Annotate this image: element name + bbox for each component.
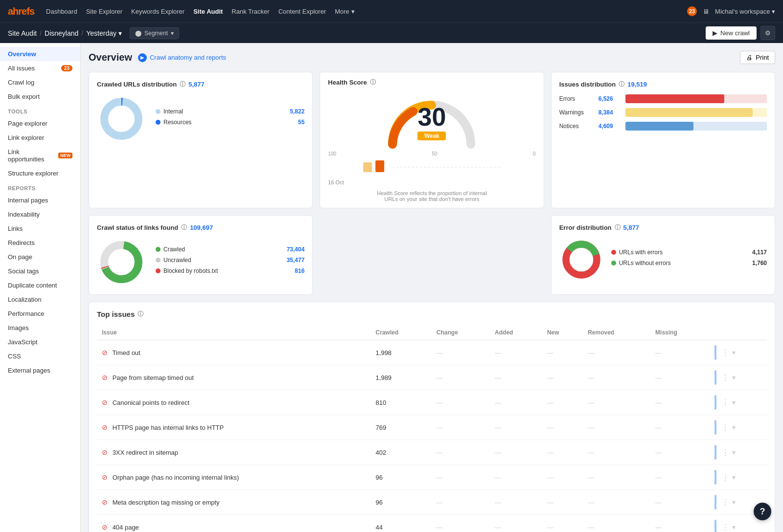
nav-right: 23 🖥 Michal's workspace ▾ — [687, 6, 775, 16]
sidebar-item-css[interactable]: CSS — [0, 349, 80, 363]
mini-bar-4 — [714, 445, 716, 460]
error-dist-info-icon[interactable]: ⓘ — [615, 223, 621, 232]
expand-row-2[interactable]: ▾ — [732, 399, 736, 406]
cards-grid-top: Crawled URLs distribution ⓘ 5,877 Intern… — [89, 72, 775, 208]
error-icon-6: ⊘ — [102, 498, 108, 506]
sidebar-item-localization[interactable]: Localization — [0, 292, 80, 307]
crawl-status-info-icon[interactable]: ⓘ — [181, 223, 187, 232]
dots-menu-1[interactable]: ⋮ — [721, 373, 729, 382]
expand-row-4[interactable]: ▾ — [732, 448, 736, 456]
dots-menu-2[interactable]: ⋮ — [721, 398, 729, 407]
all-issues-badge: 23 — [61, 65, 72, 71]
sidebar-item-links[interactable]: Links — [0, 222, 80, 236]
dots-menu-6[interactable]: ⋮ — [721, 498, 729, 507]
nav-more[interactable]: More ▾ — [335, 8, 355, 15]
sidebar-item-performance[interactable]: Performance — [0, 307, 80, 321]
health-sparkline — [328, 157, 535, 177]
crawled-urls-info-icon[interactable]: ⓘ — [180, 80, 185, 89]
expand-row-3[interactable]: ▾ — [732, 423, 736, 431]
sidebar-section-reports: Reports — [0, 180, 80, 193]
nav-content-explorer[interactable]: Content Explorer — [278, 8, 326, 15]
print-button[interactable]: 🖨 Print — [740, 51, 775, 64]
sidebar-item-overview[interactable]: Overview — [0, 47, 80, 61]
mini-bar-1 — [714, 370, 716, 385]
sidebar-item-link-explorer[interactable]: Link explorer — [0, 131, 80, 145]
new-crawl-button[interactable]: ▶ New crawl — [706, 26, 757, 40]
sidebar-item-indexability[interactable]: Indexability — [0, 207, 80, 222]
top-nav: ahrefs Dashboard Site Explorer Keywords … — [0, 0, 783, 22]
nav-keywords-explorer[interactable]: Keywords Explorer — [131, 8, 184, 15]
svg-rect-2 — [363, 162, 372, 172]
expand-row-5[interactable]: ▾ — [732, 473, 736, 481]
sidebar: Overview All issues 23 Crawl log Bulk ex… — [0, 43, 81, 532]
nav-site-audit[interactable]: Site Audit — [193, 8, 223, 15]
notices-bar-row: Notices 4,609 — [559, 122, 767, 131]
main-layout: Overview All issues 23 Crawl log Bulk ex… — [0, 43, 783, 532]
nav-site-explorer[interactable]: Site Explorer — [86, 8, 122, 15]
dots-menu-3[interactable]: ⋮ — [721, 423, 729, 432]
sidebar-item-duplicate-content[interactable]: Duplicate content — [0, 278, 80, 292]
col-added: Added — [490, 325, 542, 340]
error-icon-3: ⊘ — [102, 423, 108, 431]
urls-without-errors-legend: URLs without errors 1,760 — [611, 260, 767, 266]
sidebar-item-on-page[interactable]: On page — [0, 250, 80, 264]
sidebar-item-images[interactable]: Images — [0, 321, 80, 335]
settings-button[interactable]: ⚙ — [760, 26, 775, 40]
error-icon-4: ⊘ — [102, 448, 108, 456]
issues-dist-info-icon[interactable]: ⓘ — [619, 80, 624, 89]
crawl-anatomy-button[interactable]: ▶ Crawl anatomy and reports — [138, 53, 226, 62]
urls-with-errors-legend: URLs with errors 4,117 — [611, 249, 767, 256]
help-button[interactable]: ? — [754, 503, 771, 520]
dots-menu-4[interactable]: ⋮ — [721, 448, 729, 457]
breadcrumb-site-audit[interactable]: Site Audit — [8, 29, 37, 37]
logo: ahrefs — [8, 6, 34, 17]
col-issue: Issue — [97, 325, 371, 340]
resources-legend: Resources 55 — [156, 119, 304, 126]
health-score-info-icon[interactable]: ⓘ — [370, 78, 376, 87]
sidebar-item-internal-pages[interactable]: Internal pages — [0, 193, 80, 207]
sidebar-item-redirects[interactable]: Redirects — [0, 236, 80, 250]
table-row: ⊘ Meta description tag missing or empty … — [97, 490, 767, 515]
mini-bar-7 — [714, 520, 716, 532]
notifications-badge[interactable]: 23 — [687, 6, 697, 16]
sidebar-item-external-pages[interactable]: External pages — [0, 363, 80, 377]
crawl-status-card: Crawl status of links found ⓘ 109,697 — [89, 215, 313, 295]
sidebar-item-crawl-log[interactable]: Crawl log — [0, 75, 80, 89]
sidebar-item-all-issues[interactable]: All issues 23 — [0, 61, 80, 75]
mini-bar-6 — [714, 495, 716, 510]
sidebar-item-link-opportunities[interactable]: Link opportunities NEW — [0, 145, 80, 166]
svg-point-0 — [104, 102, 138, 136]
nav-dashboard[interactable]: Dashboard — [46, 8, 77, 15]
segment-button[interactable]: ⬤ Segment ▾ — [130, 27, 179, 39]
sidebar-item-page-explorer[interactable]: Page explorer — [0, 116, 80, 131]
workspace-selector[interactable]: Michal's workspace ▾ — [715, 8, 775, 15]
breadcrumb: Site Audit / Disneyland / Yesterday ▾ — [8, 29, 122, 37]
dots-menu-7[interactable]: ⋮ — [721, 523, 729, 532]
error-icon-0: ⊘ — [102, 349, 108, 356]
table-row: ⊘ Canonical points to redirect 810 — — —… — [97, 390, 767, 415]
col-removed: Removed — [583, 325, 650, 340]
expand-row-6[interactable]: ▾ — [732, 498, 736, 506]
sidebar-item-structure-explorer[interactable]: Structure explorer — [0, 166, 80, 180]
sidebar-item-social-tags[interactable]: Social tags — [0, 264, 80, 278]
breadcrumb-project[interactable]: Disneyland — [45, 29, 78, 37]
col-crawled: Crawled — [371, 325, 432, 340]
mini-bar-5 — [714, 470, 716, 485]
expand-row-0[interactable]: ▾ — [732, 349, 736, 356]
col-missing: Missing — [650, 325, 709, 340]
expand-row-7[interactable]: ▾ — [732, 523, 736, 531]
sidebar-item-javascript[interactable]: JavaScript — [0, 335, 80, 349]
expand-row-1[interactable]: ▾ — [732, 374, 736, 381]
table-row: ⊘ Timed out 1,998 — — — — — ⋮ ▾ — [97, 340, 767, 365]
errors-bar-row: Errors 6,526 — [559, 94, 767, 103]
mini-bar-0 — [714, 345, 716, 360]
col-change: Change — [432, 325, 490, 340]
dots-menu-5[interactable]: ⋮ — [721, 473, 729, 482]
breadcrumb-period[interactable]: Yesterday ▾ — [86, 29, 122, 37]
dots-menu-0[interactable]: ⋮ — [721, 348, 729, 357]
error-dist-donut — [559, 238, 603, 282]
sidebar-item-bulk-export[interactable]: Bulk export — [0, 89, 80, 104]
top-issues-info-icon[interactable]: ⓘ — [138, 310, 143, 318]
nav-rank-tracker[interactable]: Rank Tracker — [231, 8, 269, 15]
page-title: Overview — [89, 52, 132, 63]
